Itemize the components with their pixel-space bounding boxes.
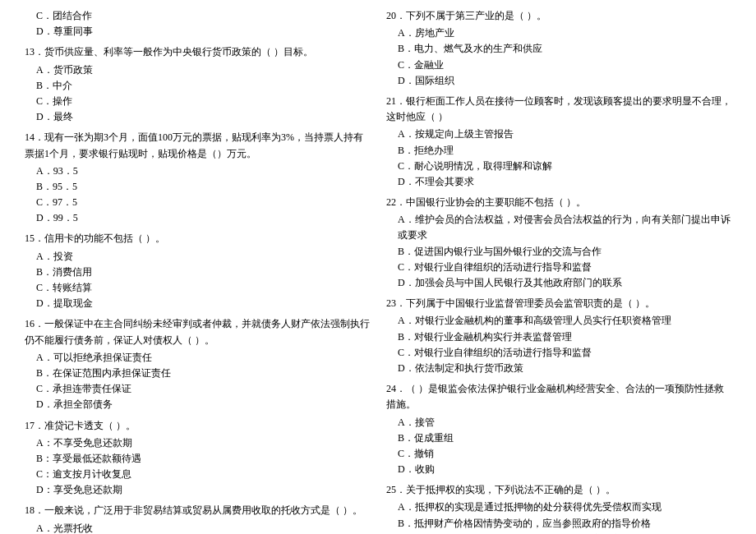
q22-c: C．对银行业自律组织的活动进行指导和监督 bbox=[386, 260, 731, 275]
q15-b: B．消费信用 bbox=[25, 265, 370, 280]
q14-b: B．95．5 bbox=[25, 179, 370, 195]
q24-title: 24．（ ）是银监会依法保护银行业金融机构经营安全、合法的一项预防性拯救措施。 bbox=[386, 381, 731, 412]
option-d: D．尊重同事 bbox=[25, 24, 370, 39]
q23-b: B．对银行业金融机构实行并表监督管理 bbox=[386, 329, 731, 345]
q15-a: A．投资 bbox=[25, 249, 370, 265]
question-23: 23．下列属于中国银行业监督管理委员会监管职责的是（ ）。 A．对银行业金融机构… bbox=[386, 296, 731, 376]
q20-a: A．房地产业 bbox=[386, 25, 731, 41]
q21-c: C．耐心说明情况，取得理解和谅解 bbox=[386, 159, 731, 174]
q17-a: A：不享受免息还款期 bbox=[25, 435, 370, 451]
question-14: 14．现有一张为期3个月，面值100万元的票据，贴现利率为3%，当持票人持有票据… bbox=[25, 130, 370, 226]
question-25: 25．关于抵押权的实现，下列说法不正确的是（ ）。 A．抵押权的实现是通过抵押物… bbox=[386, 482, 731, 534]
q17-c: C：逾支按月计收复息 bbox=[25, 467, 370, 482]
q16-c: C．承担连带责任保证 bbox=[25, 381, 370, 397]
q20-b: B．电力、燃气及水的生产和供应 bbox=[386, 41, 731, 57]
q14-a: A．93．5 bbox=[25, 163, 370, 179]
q18-a: A．光票托收 bbox=[25, 521, 370, 534]
q20-title: 20．下列不属于第三产业的是（ ）。 bbox=[386, 8, 731, 24]
question-22: 22．中国银行业协会的主要职能不包括（ ）。 A．维护会员的合法权益，对侵害会员… bbox=[386, 195, 731, 291]
q17-d: D：享受免息还款期 bbox=[25, 482, 370, 498]
q20-c: C．金融业 bbox=[386, 58, 731, 73]
q16-d: D．承担全部债务 bbox=[25, 397, 370, 412]
q15-title: 15．信用卡的功能不包括（ ）。 bbox=[25, 231, 370, 246]
q21-d: D．不理会其要求 bbox=[386, 174, 731, 190]
q13-d: D．最终 bbox=[25, 109, 370, 125]
q22-title: 22．中国银行业协会的主要职能不包括（ ）。 bbox=[386, 195, 731, 210]
q14-d: D．99．5 bbox=[25, 210, 370, 226]
q18-title: 18．一般来说，广泛用于非贸易结算或贸易从属费用收取的托收方式是（ ）。 bbox=[25, 503, 370, 518]
question-20: 20．下列不属于第三产业的是（ ）。 A．房地产业 B．电力、燃气及水的生产和供… bbox=[386, 8, 731, 89]
q17-b: B：享受最低还款额待遇 bbox=[25, 451, 370, 467]
q23-a: A．对银行业金融机构的董事和高级管理人员实行任职资格管理 bbox=[386, 313, 731, 329]
q25-b: B．抵押财产价格因情势变动的，应当参照政府的指导价格 bbox=[386, 516, 731, 532]
q21-a: A．按规定向上级主管报告 bbox=[386, 127, 731, 142]
q13-a: A．货币政策 bbox=[25, 62, 370, 78]
q16-b: B．在保证范围内承担保证责任 bbox=[25, 366, 370, 381]
question-24: 24．（ ）是银监会依法保护银行业金融机构经营安全、合法的一项预防性拯救措施。 … bbox=[386, 381, 731, 477]
page-content: C．团结合作 D．尊重同事 13．货币供应量、利率等一般作为中央银行货币政策的（… bbox=[25, 8, 731, 534]
q15-d: D．提取现金 bbox=[25, 296, 370, 311]
left-column: C．团结合作 D．尊重同事 13．货币供应量、利率等一般作为中央银行货币政策的（… bbox=[25, 8, 370, 534]
q23-c: C．对银行业自律组织的活动进行指导和监督 bbox=[386, 345, 731, 361]
q-continuation: C．团结合作 D．尊重同事 bbox=[25, 8, 370, 39]
q24-c: C．撤销 bbox=[386, 446, 731, 462]
q13-title: 13．货币供应量、利率等一般作为中央银行货币政策的（ ）目标。 bbox=[25, 44, 370, 60]
question-16: 16．一般保证中在主合同纠纷未经审判或者仲裁，并就债务人财产依法强制执行仍不能履… bbox=[25, 316, 370, 412]
q25-title: 25．关于抵押权的实现，下列说法不正确的是（ ）。 bbox=[386, 482, 731, 498]
q16-a: A．可以拒绝承担保证责任 bbox=[25, 350, 370, 366]
option-c: C．团结合作 bbox=[25, 8, 370, 24]
question-18: 18．一般来说，广泛用于非贸易结算或贸易从属费用收取的托收方式是（ ）。 A．光… bbox=[25, 503, 370, 534]
question-21: 21．银行柜面工作人员在接待一位顾客时，发现该顾客提出的要求明显不合理，这时他应… bbox=[386, 94, 731, 190]
right-column: 20．下列不属于第三产业的是（ ）。 A．房地产业 B．电力、燃气及水的生产和供… bbox=[386, 8, 731, 534]
q22-b: B．促进国内银行业与国外银行业的交流与合作 bbox=[386, 244, 731, 260]
question-13: 13．货币供应量、利率等一般作为中央银行货币政策的（ ）目标。 A．货币政策 B… bbox=[25, 44, 370, 125]
q16-title: 16．一般保证中在主合同纠纷未经审判或者仲裁，并就债务人财产依法强制执行仍不能履… bbox=[25, 316, 370, 348]
q23-title: 23．下列属于中国银行业监督管理委员会监管职责的是（ ）。 bbox=[386, 296, 731, 311]
q23-d: D．依法制定和执行货币政策 bbox=[386, 361, 731, 376]
question-17: 17．准贷记卡透支（ ）。 A：不享受免息还款期 B：享受最低还款额待遇 C：逾… bbox=[25, 418, 370, 499]
q15-c: C．转账结算 bbox=[25, 280, 370, 296]
question-15: 15．信用卡的功能不包括（ ）。 A．投资 B．消费信用 C．转账结算 D．提取… bbox=[25, 231, 370, 311]
q22-a: A．维护会员的合法权益，对侵害会员合法权益的行为，向有关部门提出申诉或要求 bbox=[386, 212, 731, 243]
q24-b: B．促成重组 bbox=[386, 430, 731, 446]
q21-title: 21．银行柜面工作人员在接待一位顾客时，发现该顾客提出的要求明显不合理，这时他应… bbox=[386, 94, 731, 125]
q24-a: A．接管 bbox=[386, 415, 731, 430]
q25-a: A．抵押权的实现是通过抵押物的处分获得优先受偿权而实现 bbox=[386, 499, 731, 515]
q14-c: C．97．5 bbox=[25, 195, 370, 210]
q13-c: C．操作 bbox=[25, 94, 370, 109]
q21-b: B．拒绝办理 bbox=[386, 143, 731, 159]
q22-d: D．加强会员与中国人民银行及其他政府部门的联系 bbox=[386, 275, 731, 291]
q17-title: 17．准贷记卡透支（ ）。 bbox=[25, 418, 370, 434]
q20-d: D．国际组织 bbox=[386, 73, 731, 89]
q14-title: 14．现有一张为期3个月，面值100万元的票据，贴现利率为3%，当持票人持有票据… bbox=[25, 130, 370, 161]
q13-b: B．中介 bbox=[25, 78, 370, 94]
q24-d: D．收购 bbox=[386, 462, 731, 477]
